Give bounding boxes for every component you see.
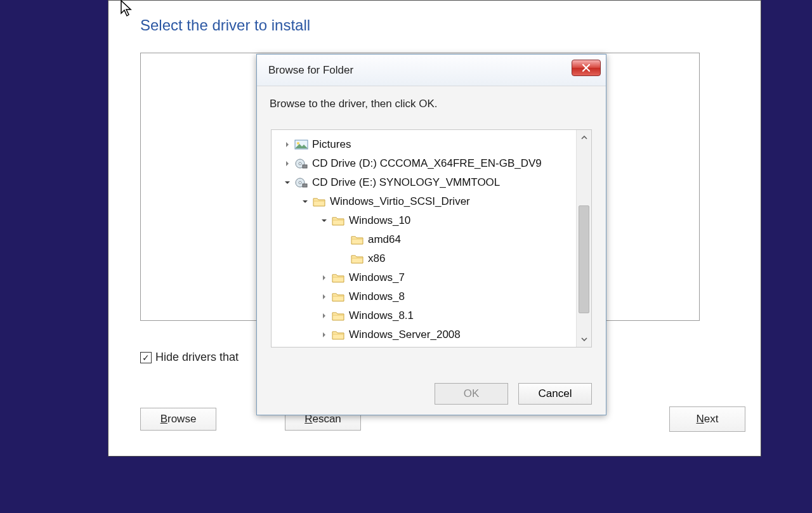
tree-item-label: amd64 [368,233,401,246]
tree-item[interactable]: Windows_Server_2008 [274,325,576,344]
chevron-down-icon [581,336,587,342]
tree-item[interactable]: Windows_Virtio_SCSI_Driver [274,192,576,211]
ok-button[interactable]: OK [435,383,508,405]
folder-icon [331,272,345,283]
tree-item-label: Windows_8.1 [349,309,414,322]
tree-item[interactable]: Windows_8 [274,287,576,306]
caret-right-icon[interactable] [283,159,292,168]
tree-item-label: CD Drive (D:) CCCOMA_X64FRE_EN-GB_DV9 [312,157,542,170]
tree-item-label: Windows_8 [349,290,405,303]
folder-icon [331,329,345,341]
picture-icon [294,139,308,150]
tree-item[interactable]: Pictures [274,135,576,154]
tree-item[interactable]: CD Drive (D:) CCCOMA_X64FRE_EN-GB_DV9 [274,154,576,173]
cursor-icon [120,0,133,17]
chevron-up-icon [581,134,587,141]
folder-icon [350,253,364,264]
tree-item-label: Windows_7 [349,271,405,284]
tree-item-label: x86 [368,252,385,265]
tree-item-label: Pictures [312,138,351,151]
caret-down-icon[interactable] [283,178,292,187]
tree-item[interactable]: Windows_10 [274,211,576,230]
close-icon [582,63,591,72]
cancel-button[interactable]: Cancel [518,383,592,405]
caret-down-icon[interactable] [320,216,329,225]
caret-right-icon[interactable] [320,330,329,339]
caret-right-icon[interactable] [320,311,329,320]
caret-right-icon[interactable] [320,292,329,301]
page-title: Select the driver to install [140,16,310,34]
tree-item[interactable]: amd64 [274,230,576,249]
tree-item[interactable]: Windows_8.1 [274,306,576,325]
folder-icon [312,196,326,207]
scroll-thumb[interactable] [579,205,589,313]
scroll-up-button[interactable] [577,130,591,145]
hide-drivers-checkbox[interactable]: ✓ [140,352,152,363]
tree-item[interactable]: x86 [274,249,576,268]
next-button[interactable]: Next [669,406,745,432]
cd-icon [294,177,308,188]
dialog-titlebar[interactable]: Browse for Folder [257,55,606,86]
tree-item-label: CD Drive (E:) SYNOLOGY_VMMTOOL [312,176,500,189]
vertical-scrollbar[interactable] [576,130,591,347]
cd-icon [294,158,308,169]
hide-drivers-label: Hide drivers that [155,351,239,364]
caret-right-icon[interactable] [283,140,292,149]
caret-down-icon[interactable] [301,197,310,206]
browse-folder-dialog: Browse for Folder Browse to the driver, … [256,54,606,415]
scroll-down-button[interactable] [577,332,591,347]
tree-item[interactable]: CD Drive (E:) SYNOLOGY_VMMTOOL [274,173,576,192]
folder-icon [350,234,364,245]
dialog-button-row: OK Cancel [435,383,592,405]
folder-icon [331,215,345,226]
tree-item-label: Windows_10 [349,214,410,227]
folder-tree[interactable]: PicturesCD Drive (D:) CCCOMA_X64FRE_EN-G… [272,130,576,347]
hide-drivers-row: ✓ Hide drivers that [140,351,239,364]
dialog-instruction: Browse to the driver, then click OK. [257,86,606,115]
tree-item-label: Windows_Server_2008 [349,328,461,341]
folder-icon [331,291,345,302]
folder-icon [331,310,345,321]
close-button[interactable] [572,60,601,76]
browse-button[interactable]: Browse [140,408,216,431]
scroll-track[interactable] [577,145,591,332]
tree-item-label: Windows_Virtio_SCSI_Driver [330,195,470,208]
caret-right-icon[interactable] [320,273,329,282]
tree-item[interactable]: Windows_7 [274,268,576,287]
folder-tree-pane: PicturesCD Drive (D:) CCCOMA_X64FRE_EN-G… [271,129,592,347]
installer-panel: Select the driver to install ✓ Hide driv… [108,0,761,457]
dialog-title: Browse for Folder [268,64,353,77]
